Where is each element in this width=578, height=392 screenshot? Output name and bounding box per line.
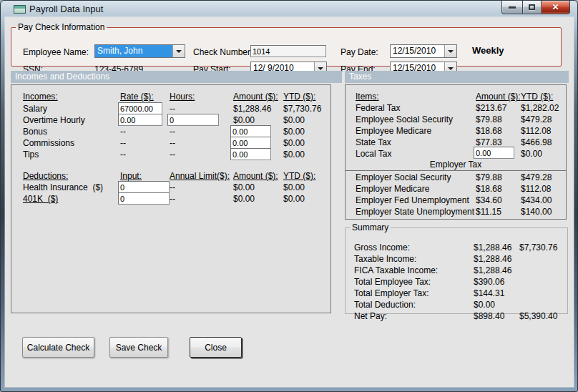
hours-value: -- xyxy=(170,104,175,114)
amount-value: $77.83 xyxy=(476,137,502,147)
summary-group-title: Summary xyxy=(350,222,391,232)
amount-value: $1,288.46 xyxy=(474,242,511,253)
ytd-value: $466.98 xyxy=(521,137,552,147)
amount-value: $11.15 xyxy=(476,207,501,217)
check-number-label: Check Number: xyxy=(193,47,253,57)
employee-name-select[interactable]: Smith, John xyxy=(94,44,185,58)
employee-name-dropdown-button[interactable] xyxy=(172,45,185,57)
row-label: Federal Tax xyxy=(356,103,400,113)
limit-value: -- xyxy=(170,182,175,192)
calculate-check-button[interactable]: Calculate Check xyxy=(22,337,94,358)
client-area: Pay Check Information Employee Name: Smi… xyxy=(5,17,574,387)
rate-value: -- xyxy=(120,127,126,137)
income-row-tips: Tips -- -- $0.00 xyxy=(11,150,330,161)
row-label: Total Employee Tax: xyxy=(354,277,431,287)
pay-date-label: Pay Date: xyxy=(341,47,378,57)
close-button[interactable]: ✕ xyxy=(541,1,570,14)
payroll-window: Payroll Data Input ✕ Pay Check Informati… xyxy=(0,0,578,392)
summary-group: Summary Gross Income: $1,288.46 $7,730.7… xyxy=(345,222,568,314)
row-label: Employer Social Security xyxy=(356,172,451,182)
employee-name-value: Smith, John xyxy=(95,45,172,57)
bonus-amount-input[interactable] xyxy=(230,125,271,137)
amount-value: $898.40 xyxy=(474,311,504,321)
amount-value: $1,288.46 xyxy=(474,265,511,275)
limit-value: -- xyxy=(170,194,175,204)
salary-rate-input[interactable] xyxy=(118,102,162,114)
row-label: Employer State Unemployment xyxy=(356,207,474,217)
tax-row-employer-ss: Employer Social Security $79.88 $479.28 xyxy=(346,172,566,184)
minimize-button[interactable] xyxy=(501,1,523,14)
ytd-value: $5,390.40 xyxy=(519,311,557,321)
pay-date-picker[interactable]: 12/15/2010 xyxy=(390,44,457,58)
deductions-column-header: Deductions: xyxy=(23,171,68,181)
maximize-button[interactable] xyxy=(522,1,542,14)
maximize-icon xyxy=(529,4,535,10)
pay-date-dropdown-button[interactable] xyxy=(444,45,456,57)
ytd-value: $7,730.76 xyxy=(283,104,321,114)
amount-value: $79.88 xyxy=(476,114,502,124)
close-form-button[interactable]: Close xyxy=(190,337,242,358)
row-label: Employee Medicare xyxy=(356,126,431,136)
chevron-down-icon xyxy=(448,50,454,53)
deduction-header-row: Deductions: Input: Annual Limit($): Amou… xyxy=(11,171,330,182)
minimize-icon xyxy=(509,6,516,9)
paycheck-info-group-title: Pay Check Information xyxy=(16,22,107,32)
chevron-down-icon xyxy=(176,50,182,53)
tax-row-state: State Tax $77.83 $466.98 xyxy=(346,137,566,149)
tax-header-row: Items: Amount ($): YTD ($): xyxy=(346,92,566,103)
title-bar[interactable]: Payroll Data Input ✕ xyxy=(1,1,577,17)
amount-value: $213.67 xyxy=(476,103,506,113)
row-label: Bonus xyxy=(23,127,47,137)
rate-value: -- xyxy=(120,138,126,148)
ytd-value: $0.00 xyxy=(521,149,542,159)
summary-row-employee-tax: Total Employee Tax: $390.06 xyxy=(346,277,567,288)
tax-row-employer-medicare: Employer Medicare $18.68 $112.08 xyxy=(346,184,566,195)
check-number-input[interactable] xyxy=(250,45,326,57)
ytd-column-header: YTD ($): xyxy=(283,171,315,181)
row-label: State Tax xyxy=(356,137,391,147)
row-label: FICA Taxable Income: xyxy=(354,265,438,275)
amount-column-header: Amount ($): xyxy=(233,92,278,102)
ytd-value: $0.00 xyxy=(283,127,305,137)
overtime-rate-input[interactable] xyxy=(118,114,162,126)
row-label: Taxable Income: xyxy=(354,254,416,264)
summary-row-gross: Gross Income: $1,288.46 $7,730.76 xyxy=(346,242,567,254)
ytd-value: $140.00 xyxy=(521,207,552,217)
amount-value: $0.00 xyxy=(233,182,255,192)
rate-column-header: Rate ($): xyxy=(120,92,154,102)
row-label: Salary xyxy=(23,104,47,114)
summary-row-employer-tax: Total Employer Tax: $144.31 xyxy=(346,288,567,300)
close-icon: ✕ xyxy=(552,3,559,11)
incomes-column-header: Incomes: xyxy=(23,92,58,102)
tax-row-employee-ss: Employee Social Security $79.88 $479.28 xyxy=(346,114,566,126)
taxes-panel: Items: Amount ($): YTD ($): Federal Tax … xyxy=(345,84,567,220)
row-label: Total Deduction: xyxy=(354,300,416,310)
tax-row-employee-medicare: Employee Medicare $18.68 $112.08 xyxy=(346,126,566,137)
health-insurance-input[interactable] xyxy=(118,181,170,193)
amount-value: $79.88 xyxy=(476,172,502,182)
amount-value: $0.00 xyxy=(233,115,255,125)
amount-value: $0.00 xyxy=(233,194,255,204)
rate-value: -- xyxy=(120,150,126,160)
401k-input[interactable] xyxy=(118,192,170,205)
row-label-401k: 401K ($) xyxy=(23,194,58,204)
amount-value: $34.60 xyxy=(476,195,502,205)
local-tax-input[interactable] xyxy=(474,147,514,159)
tips-amount-input[interactable] xyxy=(230,148,271,160)
ytd-value: $1,282.02 xyxy=(521,103,559,113)
tax-row-local: Local Tax $0.00 xyxy=(346,149,566,160)
incomes-deductions-band: Incomes and Deductions xyxy=(11,71,342,83)
tax-row-employer-fed-unemployment: Employer Fed Unemployment $34.60 $434.00 xyxy=(346,195,566,207)
summary-row-net-pay: Net Pay: $898.40 $5,390.40 xyxy=(346,311,567,323)
pay-frequency-label: Weekly xyxy=(472,45,504,56)
row-label: Employer Fed Unemployment xyxy=(356,195,469,205)
chevron-down-icon xyxy=(318,67,323,70)
commissions-amount-input[interactable] xyxy=(230,137,271,149)
save-check-button[interactable]: Save Check xyxy=(109,337,168,358)
ytd-value: $0.00 xyxy=(283,150,305,160)
hours-value: -- xyxy=(170,127,175,137)
employee-name-label: Employee Name: xyxy=(23,47,89,57)
ytd-value: $112.08 xyxy=(521,184,552,194)
overtime-hours-input[interactable] xyxy=(167,114,219,126)
ytd-column-header: YTD ($): xyxy=(283,92,315,102)
